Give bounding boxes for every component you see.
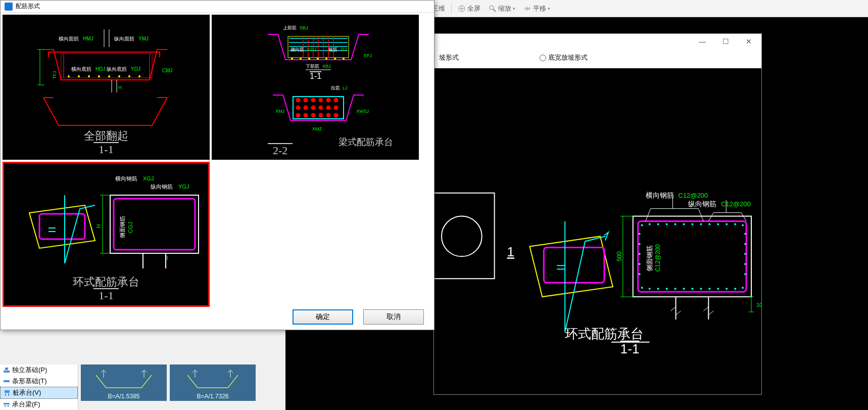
svg-text:C12@200: C12@200 [679,192,708,199]
sub-window: — ☐ ✕ 坡形式 底宽放坡形式 1 [433,33,762,395]
svg-text:XWSJ: XWSJ [356,109,369,114]
svg-text:HMJ: HMJ [83,36,93,41]
svg-point-35 [641,287,643,289]
maximize-button[interactable]: ☐ [714,34,737,49]
svg-point-11 [490,6,494,10]
svg-text:箍筋: 箍筋 [328,47,337,52]
svg-point-82 [68,75,70,77]
slope-radio-2[interactable]: 底宽放坡形式 [540,53,588,62]
svg-rect-13 [434,193,495,279]
svg-point-127 [334,58,336,60]
bottom-thumb-1[interactable]: B=A/1.5385 [81,365,167,401]
svg-point-29 [700,223,702,225]
svg-text:XGJ: XGJ [143,175,154,181]
svg-rect-187 [5,393,6,396]
svg-text:横向钢筋: 横向钢筋 [115,175,137,181]
svg-point-122 [291,58,293,60]
svg-point-128 [343,58,345,60]
svg-point-85 [98,75,100,77]
svg-text:横向面筋: 横向面筋 [59,36,79,41]
svg-point-36 [649,288,651,290]
bottom-thumb-2[interactable]: B=A/1.7326 [170,365,256,401]
modal-buttons: 确定 取消 [293,309,424,325]
svg-rect-184 [4,371,10,373]
svg-point-52 [639,273,641,275]
svg-point-53 [744,233,746,235]
ok-button[interactable]: 确定 [293,309,353,325]
svg-marker-16 [529,236,612,297]
main-preview-svg: 1 500 100 [434,68,761,394]
svg-text:YMJ: YMJ [138,36,149,41]
svg-point-145 [327,99,330,102]
rebar-option-3[interactable]: 横向钢筋XGJ 纵向钢筋YGJ 侧面钢筋 CGJ H B 环式配筋承台 1-1 [3,162,210,307]
close-button[interactable]: ✕ [737,34,760,49]
tree-item-cap-beam[interactable]: 承台梁(F) [0,399,78,410]
svg-rect-190 [5,405,6,407]
svg-point-123 [300,58,302,60]
svg-text:100: 100 [756,302,761,308]
opt1-label: 全部翻起 1-1 [3,129,209,156]
svg-point-22 [641,224,643,226]
zoom-button[interactable]: 缩放▾ [487,3,517,14]
svg-point-43 [708,288,710,290]
svg-point-55 [744,253,746,255]
svg-text:上部筋: 上部筋 [283,25,297,30]
svg-text:CGJ: CGJ [127,222,133,233]
pan-icon [523,5,532,13]
svg-rect-189 [4,403,10,404]
slope-radio-1[interactable]: 坡形式 [439,53,459,62]
svg-point-158 [334,114,337,117]
svg-text:CGJ: CGJ [307,47,316,52]
bt1-label: B=A/1.5385 [108,393,139,400]
svg-point-86 [108,75,110,77]
svg-rect-169 [114,199,195,250]
svg-point-39 [674,288,677,290]
svg-point-56 [744,263,746,265]
fullscreen-button[interactable]: 全屏 [456,3,483,14]
modal-body[interactable]: 横向面筋HMJ 纵向面筋YMJ 横向底筋HDJ 纵向底筋YDJ CMJ TFJ … [1,13,434,311]
svg-text:纵向面筋: 纵向面筋 [114,36,134,41]
zoom-icon [489,5,497,13]
svg-point-37 [657,288,659,290]
svg-point-44 [717,288,719,290]
svg-point-54 [744,243,746,245]
svg-text:LJ: LJ [343,85,348,90]
rebar-option-2[interactable]: 上部筋SBJ 侧向筋CGJ 箍筋GJ FPJ 下部筋XBJ 1-1 拉筋LJ X… [212,15,419,160]
bt2-svg [175,368,251,393]
svg-text:XMJ: XMJ [275,109,284,114]
svg-text:纵向底筋: 纵向底筋 [107,66,127,72]
svg-point-28 [691,223,693,225]
sub-preview-area[interactable]: 1 500 100 [434,68,761,394]
svg-point-23 [649,223,651,225]
svg-point-50 [639,253,641,255]
modal-titlebar: 配筋形式 [1,1,434,13]
svg-text:C12@200: C12@200 [721,200,751,208]
svg-point-41 [691,288,693,290]
svg-point-47 [742,287,744,289]
pan-button[interactable]: 平移▾ [521,3,552,14]
foundation-icon [3,367,10,374]
cancel-button[interactable]: 取消 [363,309,424,325]
svg-text:CMJ: CMJ [162,68,173,73]
svg-point-38 [666,288,668,290]
svg-point-32 [726,223,728,225]
svg-point-33 [734,223,736,225]
svg-point-24 [657,223,659,225]
svg-point-150 [319,106,322,109]
svg-point-46 [734,288,736,290]
modal-title-icon [5,3,13,11]
svg-point-57 [744,273,746,275]
svg-point-83 [78,75,80,77]
tree-item-independent[interactable]: 独立基础(P) [0,365,78,376]
svg-point-84 [88,75,90,77]
rebar-option-1[interactable]: 横向面筋HMJ 纵向面筋YMJ 横向底筋HDJ 纵向底筋YDJ CMJ TFJ … [3,15,210,160]
tree-item-pile-cap[interactable]: 桩承台(V) [0,387,78,399]
svg-rect-186 [5,390,10,393]
svg-rect-165 [39,214,85,239]
tree-item-strip[interactable]: 条形基础(T) [0,376,78,387]
svg-point-155 [312,114,315,117]
svg-text:侧面钢筋: 侧面钢筋 [119,216,125,238]
minimize-button[interactable]: — [691,34,714,49]
svg-text:GJ: GJ [341,47,347,52]
svg-text:横向钢筋: 横向钢筋 [646,191,674,199]
